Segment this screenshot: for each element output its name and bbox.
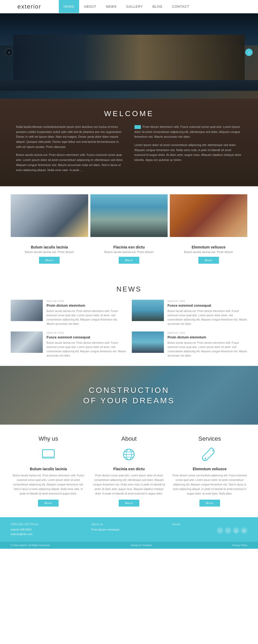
highlight-box xyxy=(134,125,141,129)
feature-more-button-1[interactable]: More xyxy=(119,500,139,507)
welcome-col-right: Proin dictum elemntum velit. Fusce euism… xyxy=(134,124,242,176)
news-item-0: March 06 / 2016 Proin dictum elemntum Bu… xyxy=(11,300,126,326)
footer-about-title: About us xyxy=(91,523,167,526)
nav-item-blog[interactable]: BLOG xyxy=(148,0,167,13)
copyright: © 2016 exterior. All Rights Reserved. xyxy=(11,544,50,547)
news-thumb-1 xyxy=(132,300,164,321)
gallery-card-desc-0: Bulum iaculis lacinia est. Proin dictum xyxy=(13,250,86,254)
news-thumb-2 xyxy=(11,331,43,353)
features-grid: Why us Bulum iaculis lacinia Bulum iacul… xyxy=(11,435,247,507)
news-headline-0: Proin dictum elemntum xyxy=(47,303,126,307)
cta-line1: CONSTRUCTION xyxy=(89,386,170,394)
gallery-card-2: Elemntum veliusce Bulum iaculis lacinia … xyxy=(170,242,247,266)
news-item-3: March 06 / 2016 Proin dictum elemntum Bu… xyxy=(132,331,248,358)
news-body-3: Bulum iaculis lacinia est. Proin dictum … xyxy=(168,341,248,358)
feature-desc-2: Proin dictum conse not tincidunt adipisc… xyxy=(172,473,247,496)
news-headline-3: Proin dictum elemntum xyxy=(168,335,248,339)
feature-more-button-0[interactable]: More xyxy=(38,500,59,507)
gallery-grid xyxy=(11,194,247,237)
privacy-link[interactable]: Privacy Policy xyxy=(232,544,247,547)
gallery-card-0: Bulum iaculis lacinia Bulum iaculis laci… xyxy=(11,242,88,266)
nav-item-gallery[interactable]: GALLERY xyxy=(121,0,148,13)
footer-contact-title: (965) 900-300 Phone xyxy=(11,523,86,526)
laptop-icon xyxy=(40,447,56,463)
social-icon-f[interactable]: f xyxy=(217,527,223,534)
feature-heading-0: Why us xyxy=(11,435,86,442)
cta-banner: CONSTRUCTION OF YOUR DREAMS xyxy=(0,366,258,425)
credit: Design by Template xyxy=(131,544,152,547)
news-thumb-3 xyxy=(132,331,164,353)
footer-contact-content: exterior 900-9034exterior@info.com xyxy=(11,527,86,536)
gallery-card-desc-1: Bulum iaculis lacinia est. Proin dictum xyxy=(93,250,165,254)
news-item-2: March 06 / 2016 Fusce euismod consequat … xyxy=(11,331,126,358)
hero-arrows: ‹ › xyxy=(0,49,258,56)
feature-desc-0: Bulum iaculis lacinia est. Proin dictum … xyxy=(11,473,86,496)
news-thumb-0 xyxy=(11,300,43,321)
feature-heading-2: Services xyxy=(172,435,247,442)
gallery-more-button-0[interactable]: More xyxy=(39,257,60,264)
footer-social-title: Social xyxy=(172,523,247,526)
hero-prev-button[interactable]: ‹ xyxy=(5,49,13,56)
news-item-1: March 06 / 2016 Fusce euismod consequat … xyxy=(132,300,248,326)
cta-text: CONSTRUCTION OF YOUR DREAMS xyxy=(83,385,175,406)
gallery-card-title-2: Elemntum veliusce xyxy=(172,245,245,249)
news-date-1: March 06 / 2016 xyxy=(168,300,248,302)
news-text-2: March 06 / 2016 Fusce euismod consequat … xyxy=(47,331,126,358)
social-icon-in[interactable]: in xyxy=(241,527,247,534)
feature-title-1: Flacinia esn dictu xyxy=(91,467,167,471)
footer-social-icons: ftgin xyxy=(172,527,247,534)
feature-col-2: Services Elemntum veliusce Proin dictum … xyxy=(172,435,247,507)
welcome-section: WELCOME Nulla facilisi Aenean rectionbul… xyxy=(0,99,258,186)
logo: exterior xyxy=(0,3,59,10)
news-section: NEWS March 06 / 2016 Proin dictum elemnt… xyxy=(0,277,258,366)
feature-col-0: Why us Bulum iaculis lacinia Bulum iacul… xyxy=(11,435,86,507)
feature-title-2: Elemntum veliusce xyxy=(172,467,247,471)
welcome-p3: Proin dictum elemntum velit. Fusce euism… xyxy=(134,124,242,139)
footer-col-contact: (965) 900-300 Phone exterior 900-9034ext… xyxy=(11,523,86,536)
cta-line2: OF YOUR DREAMS xyxy=(83,396,175,405)
news-date-3: March 06 / 2016 xyxy=(168,331,248,334)
feature-heading-1: About xyxy=(91,435,167,442)
gallery-more-button-2[interactable]: More xyxy=(198,257,219,264)
gallery-card-title-1: Flacinia esn dictu xyxy=(93,245,165,249)
svg-point-8 xyxy=(205,458,206,460)
nav-item-contact[interactable]: CONTACT xyxy=(167,0,194,13)
nav-item-news[interactable]: NEWS xyxy=(101,0,121,13)
hero-next-button[interactable]: › xyxy=(245,49,253,56)
social-icon-g[interactable]: g xyxy=(233,527,239,534)
news-text-3: March 06 / 2016 Proin dictum elemntum Bu… xyxy=(168,331,248,358)
news-date-2: March 06 / 2016 xyxy=(47,331,126,334)
gallery-more-button-1[interactable]: More xyxy=(119,257,139,264)
hero-banner: ‹ › xyxy=(0,13,258,99)
welcome-col-left: Nulla facilisi Aenean rectionbulumante i… xyxy=(16,124,124,176)
news-text-1: March 06 / 2016 Fusce euismod consequat … xyxy=(168,300,248,326)
welcome-p4: Lorem ipsum dolor sit amet consectetuer … xyxy=(134,143,242,163)
footer-about-content: Proin dictum consequat xyxy=(91,527,167,532)
footer-bottom: © 2016 exterior. All Rights Reserved. De… xyxy=(0,542,258,549)
gallery-image-1[interactable] xyxy=(11,194,88,237)
gallery-image-2[interactable] xyxy=(90,194,168,237)
footer: (965) 900-300 Phone exterior 900-9034ext… xyxy=(0,517,258,542)
feature-title-0: Bulum iaculis lacinia xyxy=(11,467,86,471)
gallery-image-3[interactable] xyxy=(170,194,247,237)
gallery-cards: Bulum iaculis lacinia Bulum iaculis laci… xyxy=(11,242,247,266)
gallery-card-1: Flacinia esn dictu Bulum iaculis lacinia… xyxy=(90,242,168,266)
feature-desc-1: Proin dictum conse quat arte. Lorem ipsu… xyxy=(91,473,167,496)
news-title: NEWS xyxy=(11,285,247,293)
welcome-p2: Bulum iaculis lacinia est. Proin dictum … xyxy=(16,152,124,172)
news-body-0: Bulum iaculis lacinia est. Proin dictum … xyxy=(47,309,126,326)
news-text-0: March 06 / 2016 Proin dictum elemntum Bu… xyxy=(47,300,126,326)
main-nav: HOMEABOUTNEWSGALLERYBLOGCONTACT xyxy=(59,0,258,13)
feature-col-1: About Flacinia esn dictu Proin dictum co… xyxy=(91,435,167,507)
news-grid: March 06 / 2016 Proin dictum elemntum Bu… xyxy=(11,300,247,358)
feature-more-button-2[interactable]: More xyxy=(199,500,220,507)
header: exterior HOMEABOUTNEWSGALLERYBLOGCONTACT xyxy=(0,0,258,13)
welcome-p1: Nulla facilisi Aenean rectionbulumante i… xyxy=(16,124,124,149)
nav-item-home[interactable]: HOME xyxy=(59,0,79,13)
news-date-0: March 06 / 2016 xyxy=(47,300,126,302)
social-icon-t[interactable]: t xyxy=(225,527,231,534)
wrench-icon xyxy=(202,447,218,463)
news-headline-2: Fusce euismod consequat xyxy=(47,335,126,339)
nav-item-about[interactable]: ABOUT xyxy=(79,0,101,13)
news-headline-1: Fusce euismod consequat xyxy=(168,303,248,307)
